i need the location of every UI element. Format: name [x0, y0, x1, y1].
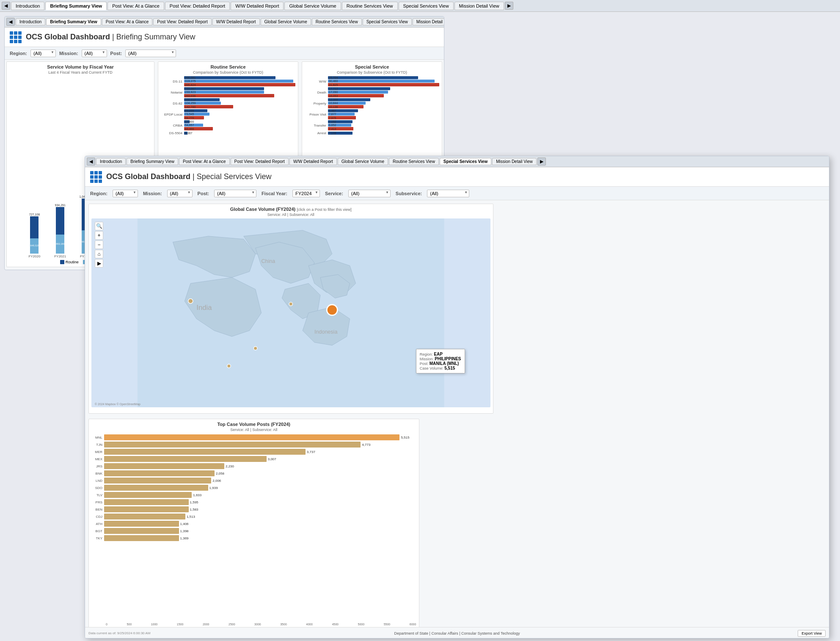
special-tab-mission[interactable]: Mission Detail View [492, 158, 537, 165]
special-data-note: Data current as of: 9/25/2024 6:00:30 AM [88, 631, 150, 635]
tp-row-sdo: SDO 1,939 [91, 485, 416, 491]
special-tab-intro[interactable]: Introduction [96, 158, 126, 165]
tp-row-prs: PRS 1,595 [91, 499, 416, 505]
special-tab-next[interactable]: ▶ [537, 157, 546, 166]
bar-fy2020: 727,108 645,529 FY2020 [22, 213, 47, 258]
footer-center: Department of State | Consular Affairs |… [394, 631, 520, 635]
tp-row-mex: MEX 3,007 [91, 456, 416, 462]
briefing-tab-postdetailed[interactable]: Post View: Detailed Report [153, 18, 211, 25]
briefing-logo [10, 31, 22, 43]
marker-3[interactable] [227, 364, 231, 367]
map-zoom-in-btn[interactable]: + [95, 231, 103, 240]
special-content: Global Case Volume (FY2024) [click on a … [85, 200, 829, 627]
tp-row-cdj: CDJ 1,513 [91, 514, 416, 519]
special-tab-prev[interactable]: ◀ [87, 157, 95, 166]
map-area[interactable]: India China Indonesia [91, 218, 490, 407]
sp-fy-label: Fiscal Year: [262, 191, 287, 196]
tp-row-ath: ATH 1,406 [91, 521, 416, 527]
routine-row-ds11: DS-11 266,081 319,275 395,824 [161, 76, 295, 86]
map-zoom-out-btn[interactable]: − [95, 240, 103, 249]
briefing-tab-mission[interactable]: Mission Detail View [413, 18, 444, 25]
india-marker[interactable] [188, 299, 193, 304]
map-home-btn[interactable]: ⌂ [95, 250, 103, 258]
sp-mission-label: Mission: [143, 191, 162, 196]
outer-tab-wwdetailed[interactable]: W/W Detailed Report [231, 2, 284, 10]
sp-mission-select[interactable]: (All) [167, 190, 193, 197]
top-posts-title: Top Case Volume Posts (FY2024) [91, 422, 416, 427]
outer-tab-postaglance[interactable]: Post View: At a Glance [107, 2, 164, 10]
special-tab-bar: ◀ Introduction Briefing Summary View Pos… [85, 156, 829, 167]
special-logo [90, 171, 102, 183]
marker-5[interactable] [289, 302, 292, 306]
special-row-property: Property 12,066 10,844 10,136 [305, 98, 439, 108]
tab-next-btn[interactable]: ▶ [505, 2, 513, 10]
routine-row-epdp: EPDP Local 69,239 73,545 59,770 [161, 109, 295, 119]
sp-post-select[interactable]: (All) [214, 190, 256, 197]
special-tab-briefing[interactable]: Briefing Summary View [127, 158, 178, 165]
map-controls: 🔍 + − ⌂ ▶ [95, 222, 103, 268]
routine-chart-title: Routine Service [161, 64, 295, 69]
briefing-tab-briefing[interactable]: Briefing Summary View [46, 18, 101, 25]
post-label: Post: [110, 51, 122, 56]
sp-service-select[interactable]: (All) [348, 190, 391, 197]
sp-region-select[interactable]: (All) [113, 190, 138, 197]
briefing-tab-special[interactable]: Special Services View [363, 18, 412, 25]
tp-row-mer: MER 3,737 [91, 449, 416, 455]
global-map-section: Global Case Volume (FY2024) [click on a … [88, 204, 493, 414]
routine-row-ds82: DS-82 102,112 104,259 142,780 [161, 98, 295, 108]
special-tab-global[interactable]: Global Service Volume [338, 158, 388, 165]
sp-subservice-select[interactable]: (All) [427, 190, 469, 197]
outer-tab-briefing[interactable]: Briefing Summary View [45, 2, 107, 10]
top-posts-chart: Top Case Volume Posts (FY2024) Service: … [88, 419, 419, 629]
tab-prev-btn[interactable]: ◀ [2, 2, 10, 10]
special-chart-subtitle: Comparison by Subservice (Oct to FYTD) [305, 70, 439, 75]
briefing-filter-bar: Region: (All) Mission: (All) Post: (All) [5, 47, 444, 60]
map-search-btn[interactable]: 🔍 [95, 222, 103, 230]
dashboard-background: ◀ Introduction Briefing Summary View Pos… [0, 12, 840, 641]
svc-chart-title: Service Volume by Fiscal Year [9, 64, 151, 69]
special-chart-title: Special Service [305, 64, 439, 69]
briefing-tab-routine[interactable]: Routine Services View [312, 18, 362, 25]
briefing-tab-globalvolume[interactable]: Global Service Volume [261, 18, 311, 25]
special-row-arrest: Arrest 7,133 [305, 131, 439, 135]
outer-tab-introduction[interactable]: Introduction [11, 2, 44, 10]
outer-tab-special[interactable]: Special Services View [399, 2, 454, 10]
tp-row-tjn: TJN 4,773 [91, 442, 416, 448]
outer-tab-routine[interactable]: Routine Services View [342, 2, 398, 10]
routine-row-notarial: Notarial 233,087 233,923 263,036 [161, 87, 295, 97]
sp-fy-select[interactable]: FY2024 [292, 190, 320, 197]
briefing-tab-wwdetailed[interactable]: W/W Detailed Report [212, 18, 260, 25]
special-row-ww: W/W 25,704 30,460 31,825 [305, 76, 439, 86]
post-select[interactable]: (All) [125, 50, 176, 57]
special-header: OCS Global Dashboard | Special Services … [85, 167, 829, 187]
outer-tab-postdetailed[interactable]: Post View: Detailed Report [165, 2, 230, 10]
outer-tab-mission[interactable]: Mission Detail View [454, 2, 504, 10]
marker-4[interactable] [253, 346, 257, 350]
briefing-tab-introduction[interactable]: Introduction [16, 18, 45, 25]
special-tab-special[interactable]: Special Services View [440, 158, 491, 165]
map-expand-btn[interactable]: ▶ [95, 259, 103, 268]
briefing-tab-prev[interactable]: ◀ [6, 18, 15, 26]
top-posts-xaxis: 0500100015002000250030003500400045005000… [106, 623, 416, 626]
briefing-tab-postaglance[interactable]: Post View: At a Glance [102, 18, 153, 25]
export-view-button[interactable]: Export View [798, 630, 826, 637]
tp-row-ben: BEN 1,583 [91, 506, 416, 512]
special-tab-routine[interactable]: Routine Services View [389, 158, 439, 165]
region-label: Region: [10, 51, 27, 56]
special-tab-ww[interactable]: W/W Detailed Report [289, 158, 337, 165]
tp-row-lnd: LND 2,006 [91, 478, 416, 484]
map-svg: India China Indonesia [91, 218, 490, 407]
bar-fy2021: 934,291 863,369 FY2021 [48, 204, 73, 258]
special-tab-postdetailed[interactable]: Post View: Detailed Report [231, 158, 289, 165]
tp-row-jrs: JRS 2,230 [91, 463, 416, 469]
mission-filter-wrapper: (All) [82, 50, 107, 57]
philippines-marker[interactable] [327, 304, 337, 315]
mission-select[interactable]: (All) [82, 50, 107, 57]
region-select[interactable]: (All) [30, 50, 56, 57]
post-filter-wrapper: (All) [125, 50, 176, 57]
special-tab-postaglance[interactable]: Post View: At a Glance [179, 158, 230, 165]
region-filter-wrapper: (All) [30, 50, 56, 57]
special-row-prison: Prison Visit 8,487 7,677 7,975 [305, 109, 439, 119]
outer-tab-globalvolume[interactable]: Global Service Volume [284, 2, 341, 10]
briefing-tab-bar: ◀ Introduction Briefing Summary View Pos… [5, 17, 444, 28]
